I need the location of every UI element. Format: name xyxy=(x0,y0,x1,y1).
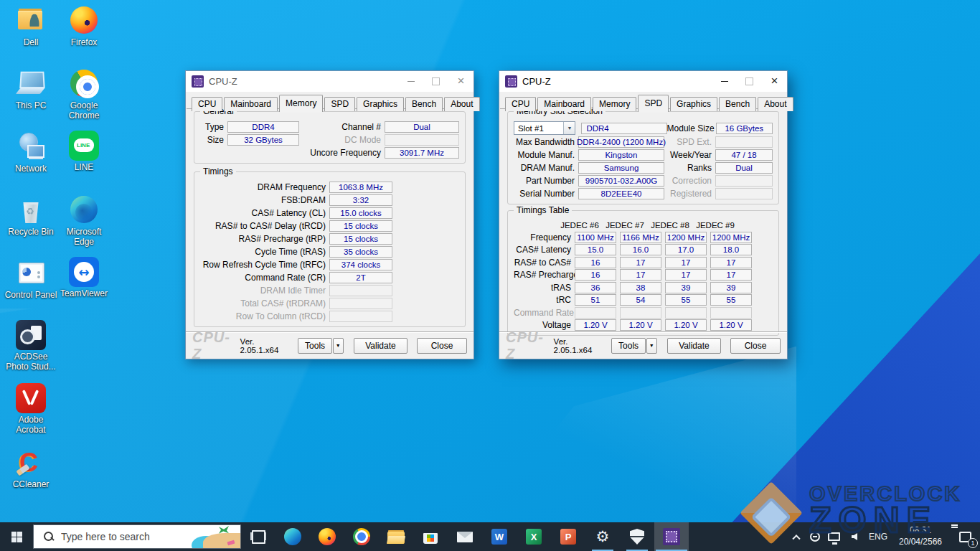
tab-bench[interactable]: Bench xyxy=(405,97,443,111)
desktop-icon[interactable]: CCleaner xyxy=(4,445,57,508)
timing-value-field: 35 clocks xyxy=(329,246,392,258)
action-center-button[interactable]: 1 xyxy=(950,522,980,551)
desktop-icon[interactable]: ACDSee Photo Stud... xyxy=(4,319,57,382)
taskbar-app-button[interactable] xyxy=(585,522,620,551)
chevron-down-icon[interactable] xyxy=(563,122,575,134)
tab-spd[interactable]: SPD xyxy=(324,97,355,111)
timing-row: DRAM Idle Timer xyxy=(200,284,459,297)
tab-graphics[interactable]: Graphics xyxy=(357,97,404,111)
close-button[interactable] xyxy=(448,71,473,92)
acdsee-icon xyxy=(16,320,46,350)
tab-memory[interactable]: Memory xyxy=(593,97,636,111)
tools-dropdown-arrow-icon[interactable] xyxy=(646,338,657,354)
desktop-icon[interactable]: TeamViewer xyxy=(57,255,110,319)
taskbar-search[interactable] xyxy=(33,524,241,549)
minimize-button[interactable] xyxy=(712,71,737,92)
taskbar-app-button[interactable] xyxy=(654,522,689,551)
desktop-icon[interactable]: Network xyxy=(4,129,57,192)
jedec-cell: 18.0 xyxy=(710,244,752,255)
dell-folder-icon xyxy=(15,4,47,36)
tray-teamviewer-icon[interactable] xyxy=(805,522,824,551)
desktop-icon-label: Recycle Bin xyxy=(8,227,53,237)
timing-value-field xyxy=(329,298,392,309)
maximize-button[interactable] xyxy=(737,71,762,92)
taskbar-app-button[interactable] xyxy=(310,522,344,551)
desktop-icon-label: Google Chrome xyxy=(57,100,110,121)
tab-mainboard[interactable]: Mainboard xyxy=(224,97,278,111)
taskbar-apps xyxy=(241,522,689,551)
jedec-cell xyxy=(710,307,752,319)
validate-button[interactable]: Validate xyxy=(354,338,407,354)
taskbar-app-button[interactable] xyxy=(482,522,517,551)
title-bar[interactable]: CPU-Z xyxy=(186,71,473,92)
timing-value-field xyxy=(329,311,392,322)
desktop-icon[interactable]: This PC xyxy=(4,66,57,129)
tab-spd[interactable]: SPD xyxy=(638,95,669,112)
desktop-icon[interactable]: Google Chrome xyxy=(57,66,110,129)
max-bandwidth-field: DDR4-2400 (1200 MHz) xyxy=(578,136,664,148)
tray-volume-icon[interactable] xyxy=(844,522,865,551)
clock[interactable]: 08:31 20/04/2566 xyxy=(891,522,950,551)
jedec-cell: 55 xyxy=(665,294,707,306)
start-button[interactable] xyxy=(0,522,33,551)
desktop-icon-grid: Dell This PC Network Recycle Bin Control… xyxy=(4,3,110,508)
taskbar-app-button[interactable] xyxy=(413,522,448,551)
desktop-icon[interactable]: Microsoft Edge xyxy=(57,192,110,255)
close-window-button[interactable]: Close xyxy=(730,338,781,354)
taskbar-app-button[interactable] xyxy=(241,522,275,551)
system-tray: ENG 08:31 20/04/2566 1 xyxy=(788,522,980,551)
tab-memory[interactable]: Memory xyxy=(279,95,323,112)
jedec-column-header: JEDEC #8 xyxy=(649,221,691,230)
close-window-button[interactable]: Close xyxy=(417,338,467,354)
close-button[interactable] xyxy=(762,71,787,92)
search-beach-decoration xyxy=(194,524,240,549)
tools-button[interactable]: Tools xyxy=(611,338,645,354)
taskbar-app-button[interactable] xyxy=(448,522,482,551)
edge-icon xyxy=(68,194,100,225)
tools-dropdown-arrow-icon[interactable] xyxy=(333,338,344,354)
tab-bench[interactable]: Bench xyxy=(719,97,756,111)
tab-graphics[interactable]: Graphics xyxy=(670,97,717,111)
network-icon xyxy=(15,131,47,162)
desktop-icon[interactable]: Adobe Acrobat xyxy=(4,382,57,445)
desktop-icon[interactable]: LINE xyxy=(57,129,110,192)
memory-slot-groupbox: Memory Slot Selection Slot #1 DDR4 Modul… xyxy=(507,111,779,204)
timing-row: RAS# Precharge (tRP) 15 clocks xyxy=(200,232,459,245)
taskbar-app-button[interactable] xyxy=(620,522,654,551)
desktop-icon-label: Firefox xyxy=(71,37,98,47)
taskbar-app-button[interactable] xyxy=(275,522,310,551)
cpuz-icon xyxy=(662,527,681,546)
title-bar[interactable]: CPU-Z xyxy=(499,71,787,92)
maximize-button[interactable] xyxy=(423,71,448,92)
desktop-icon[interactable]: Dell xyxy=(4,3,57,66)
taskbar-app-button[interactable] xyxy=(517,522,551,551)
week-year-field: 47 / 18 xyxy=(715,149,773,161)
jedec-cell: 1.20 V xyxy=(710,319,752,331)
tab-cpu[interactable]: CPU xyxy=(505,97,536,111)
desktop-icon[interactable]: Firefox xyxy=(57,3,110,66)
minimize-button[interactable] xyxy=(398,71,423,92)
jedec-row: tRC 51545555 xyxy=(514,294,773,307)
tab-about[interactable]: About xyxy=(444,97,479,111)
module-type-field: DDR4 xyxy=(581,123,666,134)
taskbar-app-button[interactable] xyxy=(379,522,413,551)
tray-network-icon[interactable] xyxy=(824,522,844,551)
memory-size-field: 32 GBytes xyxy=(227,134,299,146)
language-indicator[interactable]: ENG xyxy=(865,522,891,551)
tab-about[interactable]: About xyxy=(758,97,793,111)
jedec-column-header: JEDEC #6 xyxy=(559,221,600,230)
validate-button[interactable]: Validate xyxy=(667,338,721,354)
tab-mainboard[interactable]: Mainboard xyxy=(537,97,591,111)
slot-info-row: DRAM Manuf.SamsungRanksDual xyxy=(514,161,773,174)
tab-cpu[interactable]: CPU xyxy=(192,97,222,111)
search-input[interactable] xyxy=(61,531,194,542)
cpuz-logo: CPU-Z xyxy=(192,329,234,362)
desktop-icon[interactable]: Recycle Bin xyxy=(4,192,57,255)
taskbar-app-button[interactable] xyxy=(344,522,379,551)
jedec-cell: 17 xyxy=(710,269,752,281)
desktop-icon[interactable]: Control Panel xyxy=(4,255,57,319)
tools-button[interactable]: Tools xyxy=(298,338,331,354)
taskbar-app-button[interactable] xyxy=(551,522,585,551)
memory-slot-dropdown[interactable]: Slot #1 xyxy=(514,121,575,135)
show-hidden-icons-chevron[interactable] xyxy=(788,522,805,551)
